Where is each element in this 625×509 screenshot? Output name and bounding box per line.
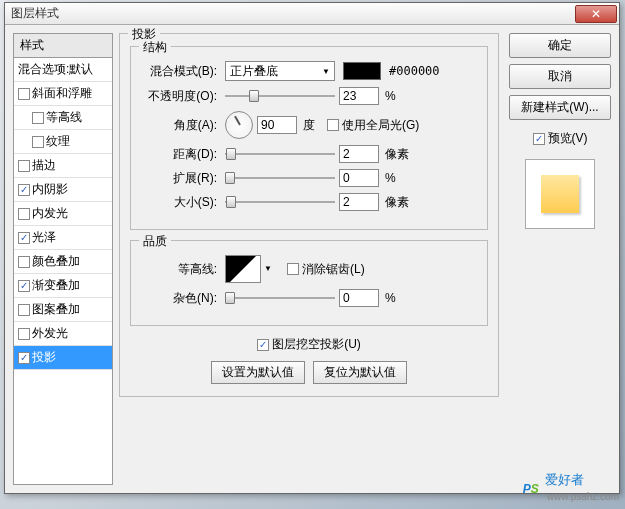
blend-mode-value: 正片叠底 [230,63,278,80]
set-default-button[interactable]: 设置为默认值 [211,361,305,384]
effect-label: 斜面和浮雕 [32,85,92,102]
effect-item-0[interactable]: 斜面和浮雕 [14,82,112,106]
effect-label: 渐变叠加 [32,277,80,294]
effect-label: 等高线 [46,109,82,126]
hex-value: #000000 [389,64,440,78]
effect-label: 内发光 [32,205,68,222]
effect-item-4[interactable]: 内阴影 [14,178,112,202]
noise-slider[interactable] [225,290,335,306]
quality-legend: 品质 [139,233,171,250]
distance-input[interactable] [339,145,379,163]
effect-item-3[interactable]: 描边 [14,154,112,178]
effect-checkbox[interactable] [18,184,30,196]
effect-label: 光泽 [32,229,56,246]
center-panel: 投影 结构 混合模式(B): 正片叠底 #000000 不透明度(O): % [119,33,503,485]
pixel-unit-2: 像素 [385,194,409,211]
knockout-checkbox[interactable] [257,339,269,351]
antialias-checkbox[interactable] [287,263,299,275]
effect-item-2[interactable]: 纹理 [14,130,112,154]
new-style-button[interactable]: 新建样式(W)... [509,95,611,120]
effect-checkbox[interactable] [18,208,30,220]
effect-checkbox[interactable] [18,304,30,316]
noise-label: 杂色(N): [141,290,221,307]
opacity-slider[interactable] [225,88,335,104]
effect-checkbox[interactable] [18,88,30,100]
effects-list: 样式 混合选项:默认 斜面和浮雕等高线纹理描边内阴影内发光光泽颜色叠加渐变叠加图… [13,33,113,485]
watermark-url: www.psahz.com [547,491,619,502]
percent-unit-2: % [385,171,396,185]
global-light-checkbox[interactable] [327,119,339,131]
knockout-label: 图层挖空投影(U) [272,336,361,353]
effect-item-9[interactable]: 图案叠加 [14,298,112,322]
styles-header[interactable]: 样式 [14,34,112,58]
percent-unit-3: % [385,291,396,305]
global-light-label: 使用全局光(G) [342,117,419,134]
watermark: PS 爱好者 www.psahz.com [523,471,619,503]
blend-mode-label: 混合模式(B): [141,63,221,80]
size-label: 大小(S): [141,194,221,211]
watermark-logo: PS [523,477,539,498]
preview-checkbox[interactable] [533,133,545,145]
pixel-unit-1: 像素 [385,146,409,163]
spread-slider[interactable] [225,170,335,186]
percent-unit: % [385,89,396,103]
effect-label: 描边 [32,157,56,174]
opacity-input[interactable] [339,87,379,105]
effect-checkbox[interactable] [18,280,30,292]
effect-item-11[interactable]: 投影 [14,346,112,370]
titlebar: 图层样式 ✕ [5,3,619,25]
angle-dial[interactable] [225,111,253,139]
effect-item-10[interactable]: 外发光 [14,322,112,346]
structure-legend: 结构 [139,39,171,56]
effect-label: 内阴影 [32,181,68,198]
antialias-label: 消除锯齿(L) [302,261,365,278]
effect-checkbox[interactable] [18,256,30,268]
effect-checkbox[interactable] [18,232,30,244]
quality-group: 品质 等高线: 消除锯齿(L) 杂色(N): % [130,240,488,326]
preview-box [525,159,595,229]
effect-checkbox[interactable] [32,136,44,148]
close-icon: ✕ [591,7,601,21]
ok-button[interactable]: 确定 [509,33,611,58]
reset-default-button[interactable]: 复位为默认值 [313,361,407,384]
title-text: 图层样式 [11,5,59,22]
effect-label: 纹理 [46,133,70,150]
spread-input[interactable] [339,169,379,187]
drop-shadow-group: 投影 结构 混合模式(B): 正片叠底 #000000 不透明度(O): % [119,33,499,397]
effect-checkbox[interactable] [18,328,30,340]
effect-label: 投影 [32,349,56,366]
effect-label: 颜色叠加 [32,253,80,270]
effect-item-5[interactable]: 内发光 [14,202,112,226]
contour-picker[interactable] [225,255,261,283]
blend-options-item[interactable]: 混合选项:默认 [14,58,112,82]
effect-checkbox[interactable] [32,112,44,124]
contour-label: 等高线: [141,261,221,278]
angle-input[interactable] [257,116,297,134]
noise-input[interactable] [339,289,379,307]
structure-group: 结构 混合模式(B): 正片叠底 #000000 不透明度(O): % [130,46,488,230]
angle-label: 角度(A): [141,117,221,134]
effect-item-7[interactable]: 颜色叠加 [14,250,112,274]
layer-style-dialog: 图层样式 ✕ 样式 混合选项:默认 斜面和浮雕等高线纹理描边内阴影内发光光泽颜色… [4,2,620,494]
distance-slider[interactable] [225,146,335,162]
effect-item-1[interactable]: 等高线 [14,106,112,130]
effect-item-6[interactable]: 光泽 [14,226,112,250]
effect-label: 图案叠加 [32,301,80,318]
size-slider[interactable] [225,194,335,210]
opacity-label: 不透明度(O): [141,88,221,105]
size-input[interactable] [339,193,379,211]
preview-thumbnail [541,175,579,213]
blend-mode-select[interactable]: 正片叠底 [225,61,335,81]
watermark-text: 爱好者 [545,472,584,487]
effect-checkbox[interactable] [18,352,30,364]
distance-label: 距离(D): [141,146,221,163]
effect-label: 外发光 [32,325,68,342]
effect-checkbox[interactable] [18,160,30,172]
effect-item-8[interactable]: 渐变叠加 [14,274,112,298]
right-panel: 确定 取消 新建样式(W)... 预览(V) [509,33,611,485]
preview-label: 预览(V) [548,130,588,147]
cancel-button[interactable]: 取消 [509,64,611,89]
close-button[interactable]: ✕ [575,5,617,23]
degree-unit: 度 [303,117,315,134]
color-swatch[interactable] [343,62,381,80]
